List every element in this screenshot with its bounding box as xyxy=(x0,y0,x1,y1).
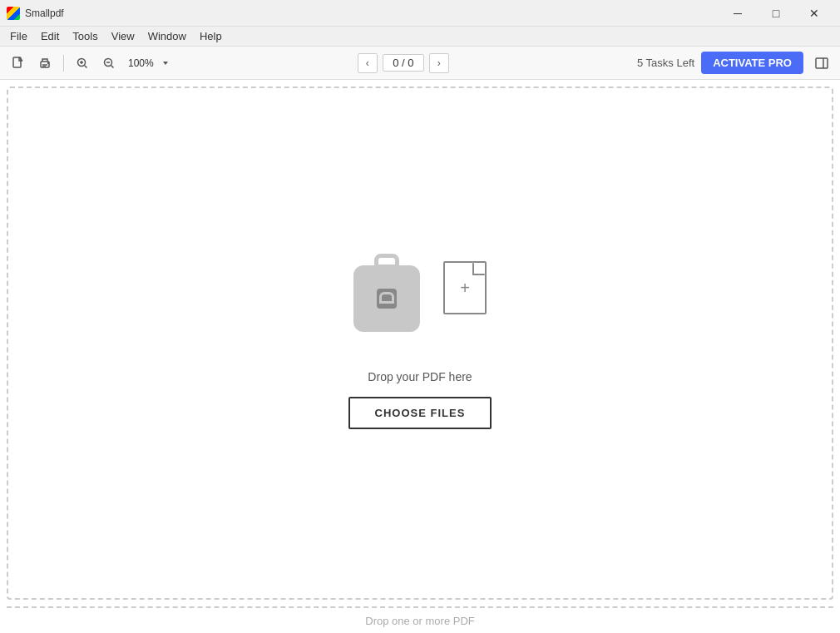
svg-line-6 xyxy=(85,65,87,67)
main-drop-zone[interactable]: + Drop your PDF here CHOOSE FILES xyxy=(7,87,833,600)
bag-icon xyxy=(353,265,420,332)
zoom-in-button[interactable] xyxy=(71,52,94,75)
app-title: Smallpdf xyxy=(25,7,64,19)
bottom-bar: Drop one or more PDF xyxy=(7,606,833,633)
document-plus-icon: + xyxy=(443,261,487,314)
toolbar-center: ‹ 0 / 0 › xyxy=(358,53,449,73)
svg-line-9 xyxy=(111,65,114,67)
zoom-dropdown-icon xyxy=(161,59,170,67)
toolbar-separator-1 xyxy=(63,55,64,72)
plus-symbol: + xyxy=(460,279,470,296)
activate-pro-button[interactable]: ACTIVATE PRO xyxy=(701,52,803,74)
zoom-level-button[interactable]: 100% xyxy=(124,52,158,75)
menu-edit[interactable]: Edit xyxy=(34,28,66,44)
panel-toggle-button[interactable] xyxy=(810,52,833,75)
bottom-drop-text: Drop one or more PDF xyxy=(365,615,475,627)
main-content: + Drop your PDF here CHOOSE FILES Drop o… xyxy=(0,80,840,633)
title-bar-controls: ─ □ ✕ xyxy=(719,0,833,27)
svg-rect-2 xyxy=(47,62,49,64)
page-display: 0 / 0 xyxy=(383,54,424,72)
toolbar-right: 5 Tasks Left ACTIVATE PRO xyxy=(637,52,833,75)
prev-page-button[interactable]: ‹ xyxy=(358,53,378,73)
title-bar: Smallpdf ─ □ ✕ xyxy=(0,0,840,27)
menu-tools[interactable]: Tools xyxy=(66,28,104,44)
svg-rect-10 xyxy=(816,58,828,68)
drop-icon-area: + xyxy=(329,257,511,357)
minimize-button[interactable]: ─ xyxy=(719,0,757,27)
menu-help[interactable]: Help xyxy=(193,28,229,44)
bag-handle xyxy=(374,254,399,269)
choose-files-button[interactable]: CHOOSE FILES xyxy=(348,397,492,429)
app-icon xyxy=(7,7,20,20)
drop-pdf-text: Drop your PDF here xyxy=(368,370,472,383)
new-document-button[interactable] xyxy=(7,52,30,75)
menu-view[interactable]: View xyxy=(105,28,141,44)
doc-corner xyxy=(472,262,486,275)
next-page-button[interactable]: › xyxy=(429,53,449,73)
tasks-left-label: 5 Tasks Left xyxy=(637,57,694,69)
print-button[interactable] xyxy=(33,52,57,75)
menu-bar: File Edit Tools View Window Help xyxy=(0,27,840,47)
title-bar-left: Smallpdf xyxy=(7,7,64,20)
toolbar: 100% ‹ 0 / 0 › 5 Tasks Left ACTIVATE PRO xyxy=(0,47,840,80)
menu-file[interactable]: File xyxy=(3,28,34,44)
menu-window[interactable]: Window xyxy=(141,28,193,44)
zoom-out-button[interactable] xyxy=(97,52,121,75)
bag-lock-icon xyxy=(377,289,397,309)
maximize-button[interactable]: □ xyxy=(757,0,795,27)
close-button[interactable]: ✕ xyxy=(795,0,833,27)
